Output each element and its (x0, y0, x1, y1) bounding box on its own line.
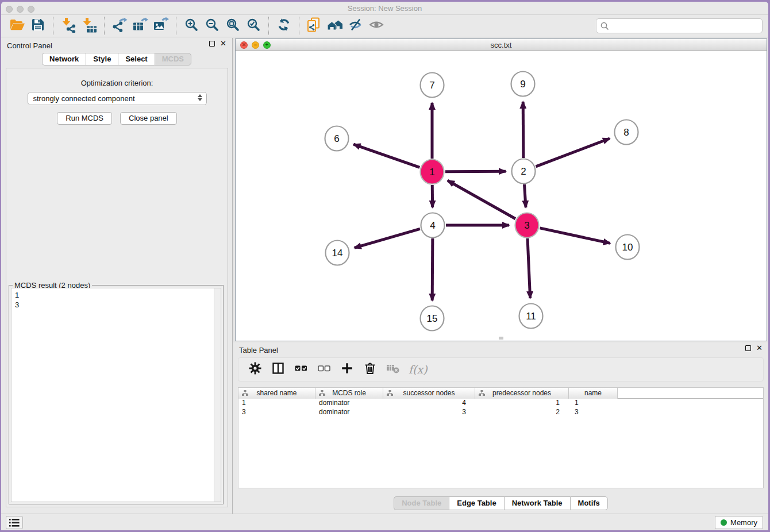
node-2[interactable]: 2 (512, 159, 536, 184)
export-table-button[interactable] (130, 17, 151, 35)
tab-style[interactable]: Style (86, 53, 118, 65)
network-canvas[interactable]: 7968124314101511 (236, 51, 767, 341)
tab-node-table[interactable]: Node Table (394, 496, 449, 510)
result-scrollbar[interactable] (214, 288, 221, 502)
table-cell[interactable]: 1 (475, 399, 569, 408)
zoom-selected-button[interactable] (243, 17, 264, 35)
edge-2-8[interactable] (536, 138, 610, 167)
refresh-layout-button[interactable] (274, 17, 294, 35)
export-image-button[interactable] (151, 17, 171, 35)
zoom-fit-button[interactable] (222, 17, 243, 35)
tab-mcds[interactable]: MCDS (155, 53, 191, 65)
mcds-result-item[interactable]: 3 (15, 300, 221, 310)
table-cell[interactable]: 3 (569, 408, 618, 417)
open-session-button[interactable] (7, 17, 28, 35)
deselect-all-button[interactable] (314, 360, 334, 379)
table-cell[interactable]: 4 (383, 399, 475, 408)
node-14[interactable]: 14 (326, 241, 349, 265)
search-icon (600, 21, 610, 31)
node-7[interactable]: 7 (421, 73, 444, 98)
column-header-successor-nodes[interactable]: successor nodes (383, 388, 475, 399)
node-3[interactable]: 3 (515, 213, 539, 238)
add-row-button[interactable] (337, 360, 357, 379)
gear-icon (248, 361, 262, 377)
save-session-icon (31, 18, 45, 34)
column-type-icon (318, 390, 326, 400)
show-graphics-details-button[interactable] (366, 17, 387, 35)
network-window: ✕ − + scc.txt 7968124314101511 (235, 38, 767, 341)
import-table-button[interactable] (79, 17, 99, 35)
table-cell[interactable]: 3 (383, 408, 475, 417)
criterion-select[interactable]: strongly connected component (28, 92, 207, 105)
toolbar-separator (299, 17, 299, 35)
table-cell[interactable]: 1 (238, 399, 315, 408)
split-column-button[interactable] (268, 360, 288, 379)
table-cell[interactable]: 1 (569, 399, 618, 408)
optimization-criterion-label: Optimization criterion: (6, 79, 228, 87)
edge-2-3[interactable] (524, 184, 526, 207)
tab-network-table[interactable]: Network Table (504, 496, 570, 510)
node-10[interactable]: 10 (616, 235, 640, 260)
table-panel-float-icon[interactable] (745, 345, 751, 351)
open-session-icon (10, 18, 25, 34)
import-network-button[interactable] (58, 17, 79, 35)
table-panel-close-icon[interactable]: ✕ (756, 345, 763, 351)
edge-3-10[interactable] (540, 228, 610, 244)
table-cell[interactable]: 3 (238, 408, 315, 417)
memory-button[interactable]: Memory (715, 516, 763, 529)
node-11[interactable]: 11 (519, 304, 543, 329)
memory-label: Memory (730, 518, 757, 527)
column-header-name[interactable]: name (569, 388, 618, 399)
tab-motifs[interactable]: Motifs (570, 496, 608, 510)
run-mcds-button[interactable]: Run MCDS (57, 112, 112, 125)
table-cell[interactable]: dominator (315, 408, 383, 417)
resize-handle[interactable] (499, 337, 503, 340)
mcds-result-list[interactable]: 13 (11, 288, 221, 502)
mcds-result-groupbox: MCDS result (2 nodes) 13 (9, 285, 224, 504)
edge-4-14[interactable] (355, 229, 420, 248)
toolbar-separator (176, 17, 176, 35)
table-cell[interactable]: dominator (315, 399, 383, 408)
node-1[interactable]: 1 (421, 160, 444, 184)
search-box[interactable] (596, 18, 763, 33)
edge-2-9[interactable] (523, 102, 523, 158)
zoom-out-button[interactable] (202, 17, 222, 35)
mcds-result-item[interactable]: 1 (15, 290, 221, 300)
edge-1-2[interactable] (445, 171, 506, 172)
close-panel-button[interactable]: Close panel (120, 112, 177, 125)
node-6[interactable]: 6 (325, 126, 349, 151)
tab-network[interactable]: Network (42, 53, 86, 65)
delete-row-button[interactable] (360, 360, 380, 379)
node-8[interactable]: 8 (615, 120, 638, 145)
node-4[interactable]: 4 (421, 213, 445, 238)
tab-edge-table[interactable]: Edge Table (449, 496, 503, 510)
save-session-button[interactable] (28, 17, 48, 35)
edge-3-11[interactable] (528, 238, 530, 298)
clone-network-button[interactable] (304, 17, 325, 35)
select-all-button[interactable] (291, 360, 311, 379)
node-9[interactable]: 9 (511, 72, 535, 97)
edge-4-15[interactable] (432, 238, 433, 300)
home-view-button[interactable] (325, 17, 345, 35)
tab-select[interactable]: Select (118, 53, 154, 65)
column-header-shared-name[interactable]: shared name (238, 388, 315, 399)
table-panel: Table Panel ✕ f(x) shared nameMCDS roles… (233, 342, 768, 514)
edge-3-1[interactable] (448, 180, 515, 218)
edge-1-6[interactable] (353, 144, 419, 167)
column-header-predecessor-nodes[interactable]: predecessor nodes (475, 388, 569, 399)
zoom-in-button[interactable] (181, 17, 202, 35)
refresh-layout-icon (277, 18, 291, 34)
gear-button[interactable] (245, 360, 265, 379)
table-cell[interactable]: 2 (475, 408, 569, 417)
control-panel-float-icon[interactable] (209, 41, 215, 47)
hide-graphics-details-button[interactable] (345, 17, 366, 35)
export-network-button[interactable] (109, 17, 130, 35)
control-panel-close-icon[interactable]: ✕ (220, 41, 226, 47)
function-builder-button: f(x) (406, 363, 428, 376)
workspace: ✕ − + scc.txt 7968124314101511 Table Pan… (233, 38, 768, 514)
search-input[interactable] (612, 22, 759, 30)
column-label: predecessor nodes (492, 389, 551, 397)
node-15[interactable]: 15 (421, 306, 444, 331)
column-header-MCDS-role[interactable]: MCDS role (315, 388, 383, 399)
task-history-button[interactable] (6, 516, 23, 529)
